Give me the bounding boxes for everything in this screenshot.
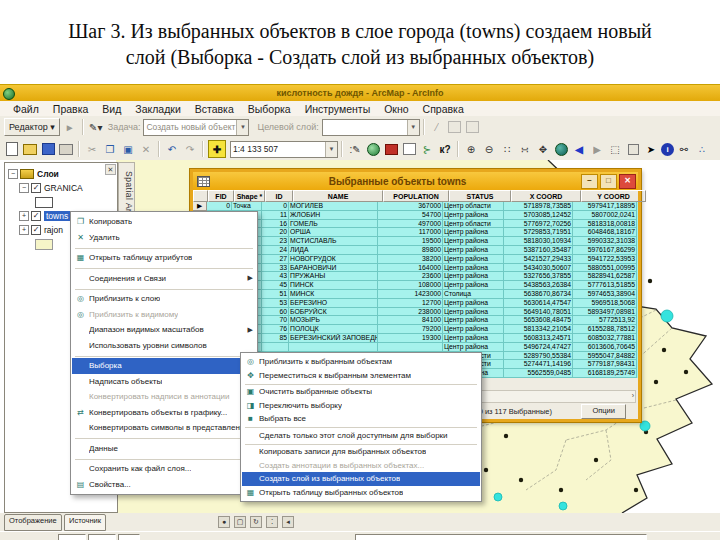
menu-item-выбрать-все[interactable]: ■Выбрать все <box>242 412 480 426</box>
options-button[interactable]: Опции <box>581 404 626 419</box>
column-header-Shape *[interactable]: Shape * <box>234 190 265 202</box>
menu-item-данные[interactable]: Данные▶ <box>72 441 256 457</box>
row-selector[interactable]: ▶ <box>193 202 207 211</box>
open-folder-icon[interactable] <box>22 141 38 157</box>
table-row[interactable]: Точка11ЖЛОБИН54700Центр района5703085,12… <box>193 211 638 220</box>
menu-item-приблизить-к-слою[interactable]: ◎Приблизить к слою <box>72 291 256 307</box>
fixed-zoom-out-icon[interactable]: ∺ <box>517 141 533 157</box>
menu-Закладки[interactable]: Закладки <box>128 103 187 115</box>
column-header-NAME[interactable]: NAME <box>293 190 383 202</box>
column-header-STATUS[interactable]: STATUS <box>449 190 511 202</box>
whats-this-help-icon[interactable]: к? <box>437 141 453 157</box>
scroll-right-icon[interactable]: › <box>632 392 634 399</box>
pan-icon[interactable]: ✥ <box>535 141 551 157</box>
snap-icon[interactable]: ⁚ <box>266 516 278 528</box>
menu-Правка[interactable]: Правка <box>46 103 95 115</box>
menu-item-открыть-таблицу-выбранных-объектов[interactable]: ▦Открыть таблицу выбранных объектов <box>242 486 480 500</box>
zoom-in-icon[interactable]: ⊕ <box>463 141 479 157</box>
table-row[interactable]: Точка16ГОМЕЛЬ497000Центр области5776972,… <box>193 220 638 229</box>
table-row[interactable]: Точка27НОВОГРУДОК38200Центр района542152… <box>193 255 638 264</box>
expand-icon[interactable]: + <box>19 211 29 221</box>
redo-icon[interactable]: ↷ <box>182 141 198 157</box>
table-row[interactable]: Точка51МИНСК1423000Столица5638670,867345… <box>193 290 638 299</box>
menu-item-удалить[interactable]: ✕Удалить <box>72 230 256 246</box>
menu-item-использовать-уровни-символов[interactable]: Использовать уровни символов <box>72 338 256 354</box>
modelbuilder-icon[interactable]: ⊱ <box>419 141 435 157</box>
column-header-ID[interactable]: ID <box>265 190 293 202</box>
collapse-icon[interactable]: − <box>8 169 18 179</box>
clear-selection-tool-icon[interactable] <box>625 141 641 157</box>
column-header-Y COORD[interactable]: Y COORD <box>581 190 646 202</box>
menu-item-соединения-и-связи[interactable]: Соединения и Связи▶ <box>72 271 256 287</box>
select-features-icon[interactable]: ⬚ <box>607 141 623 157</box>
tab-display[interactable]: Отображение <box>4 514 62 531</box>
menu-item-открыть-таблицу-атрибутов[interactable]: ▦Открыть таблицу атрибутов <box>72 250 256 266</box>
expand-icon[interactable]: + <box>19 225 29 235</box>
cut-icon[interactable]: ✂ <box>84 141 100 157</box>
menu-Справка[interactable]: Справка <box>416 103 471 115</box>
table-row[interactable]: Точка60БОБРУЙСК238000Центр района5649140… <box>193 308 638 317</box>
menu-item-диапазон-видимых-масштабов[interactable]: Диапазон видимых масштабов▶ <box>72 322 256 338</box>
menu-Окно[interactable]: Окно <box>377 103 415 115</box>
edit-vertices-icon[interactable]: ⁄ <box>429 119 445 135</box>
sketch-properties-icon[interactable] <box>465 119 481 135</box>
table-row[interactable]: Точка76ПОЛОЦК79200Центр района5813342,21… <box>193 325 638 334</box>
task-combo[interactable]: Создать новый объект ▼ <box>143 119 249 136</box>
table-row[interactable]: Точка70МОЗЫРЬ84100Центр района5653608,48… <box>193 316 638 325</box>
table-row[interactable]: Точка53БЕРЕЗИНО12700Центр района5630614,… <box>193 299 638 308</box>
sketch-tool-icon[interactable]: ✎▾ <box>88 119 104 135</box>
table-row[interactable]: Точка45ПИНСК108000Центр района5438563,26… <box>193 281 638 290</box>
menu-item-надписать-объекты[interactable]: Надписать объекты <box>72 374 256 390</box>
find-icon[interactable]: ⚯ <box>676 141 692 157</box>
layer-checkbox[interactable]: ✓ <box>31 211 41 221</box>
window-title-bar[interactable]: кислотность дождя - ArcMap - ArcInfo <box>0 85 720 101</box>
zoom-out-icon[interactable]: ⊖ <box>481 141 497 157</box>
menu-item-конвертировать-объекты-в-графику-[interactable]: ⇄Конвертировать объекты в графику... <box>72 405 256 421</box>
select-elements-icon[interactable]: ➤ <box>643 141 659 157</box>
menu-item-выборка[interactable]: Выборка▶ <box>72 358 256 374</box>
scale-combo-arrow-icon[interactable]: ▼ <box>325 142 337 157</box>
attributes-icon[interactable] <box>447 119 463 135</box>
menu-item-создать-слой-из-выбранных-объектов[interactable]: Создать слой из выбранных объектов <box>242 472 480 486</box>
menu-Инструменты[interactable]: Инструменты <box>298 103 377 115</box>
menu-item-копировать-записи-для-выбранных-объектов[interactable]: Копировать записи для выбранных объектов <box>242 445 480 459</box>
edit-tool-icon[interactable]: ► <box>62 119 78 135</box>
toc-close-icon[interactable]: ✕ <box>105 164 116 175</box>
menu-Вставка[interactable]: Вставка <box>188 103 241 115</box>
go-forward-extent-icon[interactable]: ▶ <box>589 141 605 157</box>
more-icon[interactable]: ◂ <box>282 516 294 528</box>
new-document-icon[interactable] <box>4 141 20 157</box>
fixed-zoom-in-icon[interactable]: ∷ <box>499 141 515 157</box>
toc-layer-granica[interactable]: − ✓ GRANICA <box>19 181 117 195</box>
menu-item-переместиться-к-выбранным-элементам[interactable]: ✥Переместиться к выбранным элементам <box>242 369 480 383</box>
column-header-POPULATION[interactable]: POPULATION <box>383 190 449 202</box>
arctoolbox-icon[interactable] <box>383 141 399 157</box>
table-row[interactable]: Точка24ЛИДА89800Центр района5387160,3548… <box>193 246 638 255</box>
task-combo-arrow-icon[interactable]: ▼ <box>236 120 248 135</box>
delete-icon[interactable]: ✕ <box>138 141 154 157</box>
collapse-icon[interactable]: − <box>19 183 29 193</box>
undo-icon[interactable]: ↶ <box>164 141 180 157</box>
save-icon[interactable] <box>40 141 56 157</box>
menu-item-очистить-выбранные-объекты[interactable]: ▣Очистить выбранные объекты <box>242 385 480 399</box>
menu-item-создать-аннотации-в-выбранных-объектах-[interactable]: Создать аннотации в выбранных объектах..… <box>242 459 480 473</box>
full-extent-icon[interactable] <box>553 141 569 157</box>
menu-item-сделать-только-этот-слой-доступным-для-выборки[interactable]: Сделать только этот слой доступным для в… <box>242 429 480 443</box>
menu-item-копировать[interactable]: ❐Копировать <box>72 214 256 230</box>
menu-item-свойства-[interactable]: ▤Свойства... <box>72 477 256 493</box>
command-window-icon[interactable] <box>401 141 417 157</box>
toc-root-item[interactable]: − Слои <box>8 167 117 181</box>
layer-checkbox[interactable]: ✓ <box>31 183 41 193</box>
paste-icon[interactable]: ▣ <box>120 141 136 157</box>
menu-item-сохранить-как-файл-слоя-[interactable]: Сохранить как файл слоя... <box>72 461 256 477</box>
table-row[interactable]: Точка20ОРША117000Центр района5729853,719… <box>193 228 638 237</box>
scale-combo[interactable]: 1:4 133 507 ▼ <box>230 141 338 158</box>
menu-item-приблизить-к-видимому[interactable]: ◎Приблизить к видимому <box>72 307 256 323</box>
menu-item-конвертировать-символы-в-представления[interactable]: Конвертировать символы в представления <box>72 420 256 436</box>
menu-Выборка[interactable]: Выборка <box>241 103 298 115</box>
rotate-icon[interactable]: ↻ <box>250 516 262 528</box>
table-row[interactable]: Точка43ПРУЖАНЫ23600Центр района5327656,3… <box>193 272 638 281</box>
menu-item-переключить-выборку[interactable]: ◨Переключить выборку <box>242 399 480 413</box>
print-icon[interactable] <box>58 141 74 157</box>
add-data-icon[interactable]: ✚ <box>208 140 226 158</box>
